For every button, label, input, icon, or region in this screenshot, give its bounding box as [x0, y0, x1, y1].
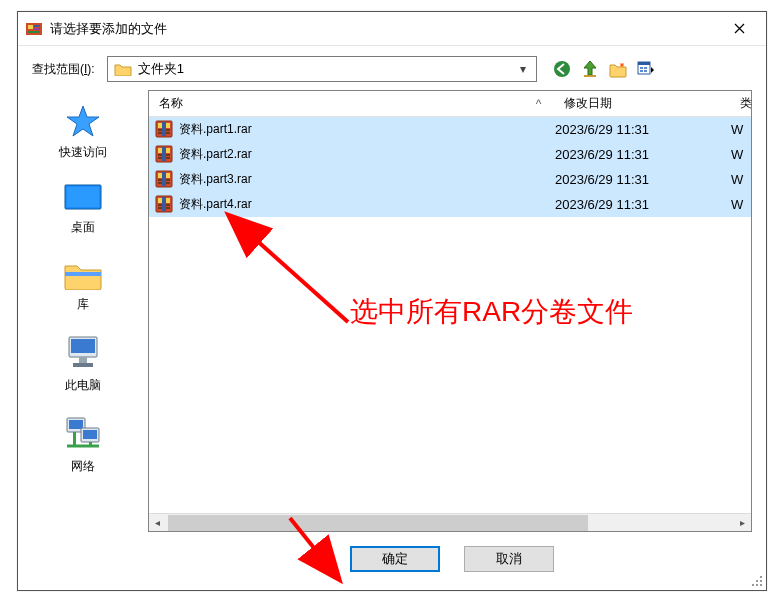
column-type[interactable]: 类 [730, 91, 751, 116]
scroll-thumb[interactable] [168, 515, 588, 531]
file-type-cell: W [731, 172, 751, 187]
lookup-label: 查找范围(I): [32, 61, 95, 78]
file-type-cell: W [731, 197, 751, 212]
file-date-cell: 2023/6/29 11:31 [555, 197, 731, 212]
close-button[interactable] [716, 14, 762, 44]
file-name-cell: 资料.part1.rar [149, 120, 555, 138]
places-sidebar: 快速访问 桌面 库 此电脑 网络 [18, 90, 148, 532]
file-name-cell: 资料.part3.rar [149, 170, 555, 188]
column-headers: 名称 ^ 修改日期 类 [149, 91, 751, 117]
dialog-buttons: 确定 取消 [18, 532, 766, 572]
file-name-text: 资料.part3.rar [179, 171, 252, 188]
ok-button[interactable]: 确定 [350, 546, 440, 572]
sidebar-item-quick-access[interactable]: 快速访问 [59, 104, 107, 161]
sidebar-item-label: 快速访问 [59, 144, 107, 161]
up-icon [581, 60, 599, 78]
scroll-right-button[interactable]: ▸ [734, 515, 751, 531]
chevron-down-icon: ▾ [514, 62, 532, 76]
sidebar-item-label: 库 [77, 296, 89, 313]
sidebar-item-library[interactable]: 库 [63, 258, 103, 313]
up-one-level-button[interactable] [581, 60, 599, 78]
horizontal-scrollbar[interactable]: ◂ ▸ [149, 513, 751, 531]
annotation-text: 选中所有RAR分卷文件 [350, 293, 633, 331]
rar-file-icon [155, 120, 173, 138]
file-name-cell: 资料.part4.rar [149, 195, 555, 213]
star-icon [66, 104, 100, 138]
lookup-toolbar: 查找范围(I): 文件夹1 ▾ [18, 46, 766, 90]
sidebar-item-desktop[interactable]: 桌面 [63, 183, 103, 236]
rar-file-icon [155, 195, 173, 213]
file-date-cell: 2023/6/29 11:31 [555, 122, 731, 137]
new-folder-icon [609, 60, 627, 78]
network-icon [63, 416, 103, 452]
column-name[interactable]: 名称 [149, 91, 524, 116]
rar-file-icon [155, 145, 173, 163]
file-name-text: 资料.part1.rar [179, 121, 252, 138]
folder-icon [114, 62, 132, 76]
file-name-text: 资料.part2.rar [179, 146, 252, 163]
sort-indicator: ^ [524, 91, 554, 116]
cancel-button[interactable]: 取消 [464, 546, 554, 572]
file-name-text: 资料.part4.rar [179, 196, 252, 213]
resize-grip[interactable] [750, 574, 764, 588]
rar-file-icon [155, 170, 173, 188]
lookup-combo[interactable]: 文件夹1 ▾ [107, 56, 537, 82]
this-pc-icon [63, 335, 103, 371]
desktop-icon [63, 183, 103, 213]
file-row[interactable]: 资料.part3.rar2023/6/29 11:31W [149, 167, 751, 192]
column-date[interactable]: 修改日期 [554, 91, 730, 116]
file-name-cell: 资料.part2.rar [149, 145, 555, 163]
sidebar-item-network[interactable]: 网络 [63, 416, 103, 475]
close-icon [734, 23, 745, 34]
dialog-title: 请选择要添加的文件 [50, 20, 716, 38]
sidebar-item-this-pc[interactable]: 此电脑 [63, 335, 103, 394]
scroll-left-button[interactable]: ◂ [149, 515, 166, 531]
file-row[interactable]: 资料.part2.rar2023/6/29 11:31W [149, 142, 751, 167]
new-folder-button[interactable] [609, 60, 627, 78]
file-type-cell: W [731, 122, 751, 137]
sidebar-item-label: 网络 [71, 458, 95, 475]
view-menu-button[interactable] [637, 60, 655, 78]
titlebar: 请选择要添加的文件 [18, 12, 766, 46]
file-date-cell: 2023/6/29 11:31 [555, 147, 731, 162]
sidebar-item-label: 桌面 [71, 219, 95, 236]
winrar-app-icon [26, 21, 42, 37]
view-icon [637, 60, 655, 78]
back-button[interactable] [553, 60, 571, 78]
sidebar-item-label: 此电脑 [65, 377, 101, 394]
library-icon [63, 258, 103, 290]
file-row[interactable]: 资料.part4.rar2023/6/29 11:31W [149, 192, 751, 217]
lookup-combo-value: 文件夹1 [138, 60, 514, 78]
file-date-cell: 2023/6/29 11:31 [555, 172, 731, 187]
file-type-cell: W [731, 147, 751, 162]
back-icon [553, 60, 571, 78]
file-row[interactable]: 资料.part1.rar2023/6/29 11:31W [149, 117, 751, 142]
